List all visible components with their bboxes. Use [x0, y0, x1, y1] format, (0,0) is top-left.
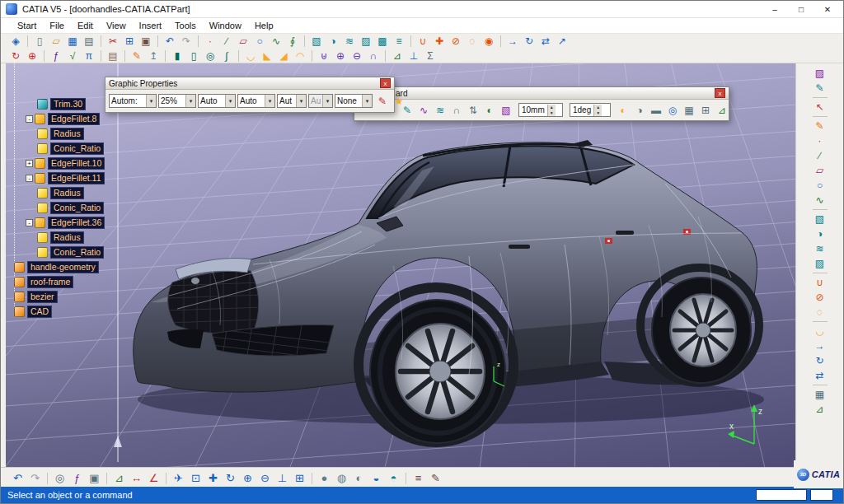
- open-document-icon[interactable]: ▱: [48, 35, 64, 49]
- power-copy-icon[interactable]: ◎: [51, 470, 68, 486]
- tree-item-label[interactable]: EdgeFillet.36: [48, 217, 105, 229]
- check-analysis-icon[interactable]: √: [64, 49, 81, 63]
- grid-icon[interactable]: ▦: [681, 103, 697, 117]
- extrude-icon[interactable]: ▧: [308, 35, 325, 49]
- tree-item-conic-ratio[interactable]: Conic_Ratio: [11, 245, 151, 259]
- standard-toolbar-close-icon[interactable]: x: [715, 88, 725, 98]
- tree-item-label[interactable]: Conic_Ratio: [50, 142, 104, 155]
- tree-item-label[interactable]: CAD: [27, 306, 52, 318]
- blend-icon[interactable]: ▩: [374, 35, 391, 49]
- chevron-down-icon[interactable]: ▾: [322, 95, 332, 107]
- zoom-out-icon[interactable]: ⊖: [256, 470, 274, 486]
- revolve-icon[interactable]: ◑: [810, 226, 830, 241]
- edge-fillet-icon[interactable]: ◡: [242, 49, 259, 63]
- curvature-comb-icon[interactable]: ≋: [432, 103, 448, 117]
- save-icon[interactable]: ▦: [64, 35, 81, 49]
- assemble-icon[interactable]: ⊎: [316, 49, 332, 63]
- graphic-painter-icon[interactable]: ✎: [374, 94, 391, 108]
- param-icon[interactable]: [37, 143, 48, 154]
- graphic-properties-dropdown-3[interactable]: Auto▾: [198, 94, 236, 108]
- translate-icon[interactable]: →: [504, 35, 521, 49]
- tree-item-radius[interactable]: Radius: [11, 185, 151, 200]
- painter-icon[interactable]: ✎: [810, 81, 830, 96]
- chevron-down-icon[interactable]: ▾: [265, 95, 274, 107]
- menu-file[interactable]: File: [43, 20, 71, 31]
- tree-item-conic-ratio[interactable]: Conic_Ratio: [11, 141, 151, 156]
- graphic-properties-titlebar[interactable]: Graphic Properties x: [106, 77, 394, 90]
- sag-value-field[interactable]: 10mm ▲▼: [518, 103, 563, 117]
- maximize-button[interactable]: □: [790, 2, 812, 16]
- scaling-icon[interactable]: ↗: [554, 35, 570, 49]
- fillet-icon[interactable]: [35, 158, 45, 169]
- tree-item-bezier[interactable]: bezier: [11, 289, 151, 304]
- grid-icon[interactable]: ▦: [810, 387, 830, 402]
- graphic-properties-dropdown-1[interactable]: Autom:▾: [109, 94, 157, 108]
- paste-icon[interactable]: ▣: [138, 35, 154, 49]
- light-effect-icon[interactable]: ◐: [615, 103, 631, 117]
- plane-icon[interactable]: ▱: [810, 163, 830, 178]
- undo-icon[interactable]: ↶: [162, 35, 178, 49]
- painter-wizard-icon[interactable]: ★: [391, 94, 407, 108]
- axis-system-icon[interactable]: ⊿: [389, 49, 406, 63]
- wireframe-view-icon[interactable]: ◍: [333, 470, 350, 486]
- tree-item-label[interactable]: roof-frame: [27, 276, 73, 288]
- tree-item-label[interactable]: bezier: [27, 291, 58, 303]
- geoset-icon[interactable]: [14, 262, 25, 273]
- formula-icon[interactable]: ƒ: [48, 49, 64, 63]
- line-icon[interactable]: ∕: [218, 35, 235, 49]
- fly-mode-icon[interactable]: ✈: [170, 470, 187, 486]
- menu-insert[interactable]: Insert: [133, 20, 169, 31]
- tree-expander-icon[interactable]: -: [26, 115, 33, 123]
- tree-item-edgefillet-11[interactable]: -EdgeFillet.11: [11, 170, 151, 185]
- fit-all-in-icon[interactable]: ⊡: [187, 470, 204, 486]
- tree-item-label[interactable]: Radius: [50, 187, 84, 199]
- redo-icon[interactable]: ↷: [178, 35, 195, 49]
- update-icon[interactable]: ↻: [7, 49, 24, 63]
- geoset-icon[interactable]: [14, 277, 25, 287]
- plane-icon[interactable]: ▱: [235, 35, 251, 49]
- chevron-down-icon[interactable]: ▾: [362, 95, 372, 107]
- trim-icon[interactable]: ⊘: [448, 35, 464, 49]
- measure-between-icon[interactable]: ↔: [128, 470, 145, 486]
- circle-icon[interactable]: ○: [810, 178, 830, 193]
- tree-expander-icon[interactable]: +: [26, 160, 33, 167]
- menu-edit[interactable]: Edit: [71, 20, 100, 31]
- param-icon[interactable]: [37, 232, 48, 243]
- circle-icon[interactable]: ○: [251, 35, 268, 49]
- revolve-icon[interactable]: ◑: [325, 35, 341, 49]
- tree-expander-icon[interactable]: -: [26, 219, 33, 226]
- surface-icon[interactable]: [37, 99, 48, 110]
- trim-icon[interactable]: ⊘: [810, 290, 830, 305]
- depth-effect-icon[interactable]: ◑: [631, 103, 648, 117]
- add-icon[interactable]: ⊕: [332, 49, 349, 63]
- rib-icon[interactable]: ∫: [218, 49, 235, 63]
- graphic-properties-dropdown-5[interactable]: Aut▾: [277, 94, 307, 108]
- chevron-down-icon[interactable]: ▾: [225, 95, 235, 107]
- join-icon[interactable]: ∪: [415, 35, 431, 49]
- command-input-field[interactable]: [756, 489, 807, 501]
- formula-fx-icon[interactable]: ƒ: [68, 470, 86, 486]
- car-model[interactable]: [134, 140, 764, 443]
- chevron-down-icon[interactable]: ▾: [185, 95, 195, 107]
- rotate-icon[interactable]: ↻: [521, 35, 537, 49]
- tree-item-roof-frame[interactable]: roof-frame: [11, 274, 151, 289]
- edge-fillet-icon[interactable]: ◡: [810, 324, 830, 338]
- redo-icon[interactable]: ↷: [26, 470, 44, 486]
- tree-item-handle-geometry[interactable]: handle-geometry: [11, 259, 151, 274]
- tree-item-label[interactable]: Radius: [50, 231, 84, 244]
- menu-start[interactable]: Start: [11, 20, 43, 31]
- fillet-icon[interactable]: [35, 173, 45, 184]
- tree-item-edgefillet-10[interactable]: +EdgeFillet.10: [11, 156, 151, 170]
- view-compass[interactable]: x z: [728, 404, 762, 444]
- measure-item-icon[interactable]: ∠: [145, 470, 162, 486]
- rotate-icon[interactable]: ↻: [810, 353, 830, 368]
- point-icon[interactable]: ∙: [810, 133, 830, 148]
- draft-angle-icon[interactable]: ◢: [275, 49, 292, 63]
- tree-item-cad[interactable]: CAD: [11, 304, 151, 319]
- inflection-icon[interactable]: ∩: [448, 103, 465, 117]
- workbench-current-icon[interactable]: ◈: [7, 35, 24, 49]
- magnifier-icon[interactable]: ◎: [664, 103, 681, 117]
- copy-icon[interactable]: ⊞: [121, 35, 138, 49]
- fill-icon[interactable]: ▨: [810, 256, 830, 271]
- chamfer-icon[interactable]: ◣: [259, 49, 275, 63]
